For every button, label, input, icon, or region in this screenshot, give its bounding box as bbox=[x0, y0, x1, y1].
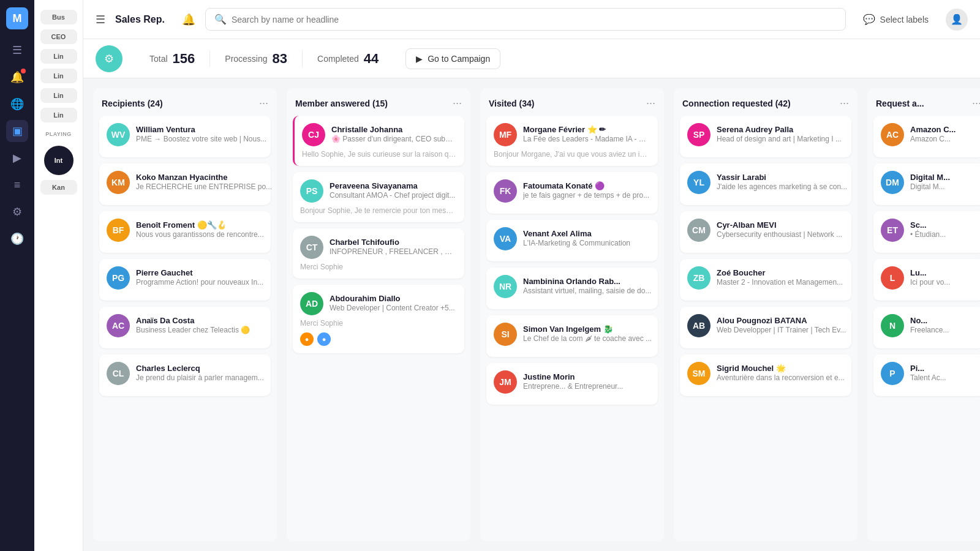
list-item[interactable]: PG Pierre Gauchet Programme Action! pour… bbox=[99, 259, 271, 301]
list-item[interactable]: DM Digital M... Digital M... bbox=[873, 163, 980, 205]
column-cards-request-accepted: AC Amazon C... Amazon C... DM Digital M.… bbox=[867, 116, 980, 541]
column-title-visited: Visited (34) bbox=[489, 99, 534, 108]
sidebar-tag-lin3[interactable]: Lin bbox=[40, 88, 77, 103]
sidebar-tag-kan[interactable]: Kan bbox=[40, 180, 77, 195]
go-campaign-button[interactable]: ▶ Go to Campaign bbox=[405, 48, 500, 69]
search-bar[interactable]: 🔍 bbox=[205, 8, 846, 31]
column-menu-visited[interactable]: ··· bbox=[646, 97, 655, 110]
column-menu-connection-requested[interactable]: ··· bbox=[840, 97, 849, 110]
card-message: Merci Sophie bbox=[300, 263, 457, 271]
play-icon[interactable]: ▶ bbox=[6, 147, 28, 169]
card-tags: ● ● bbox=[300, 332, 457, 346]
column-cards-connection-requested: SP Serena Audrey Palla Head of design an… bbox=[674, 116, 858, 541]
left-sidebar: M ☰ 🔔 🌐 ▣ ▶ ≡ ⚙ 🕐 bbox=[0, 0, 34, 551]
list-item[interactable]: KM Koko Manzan Hyacinthe Je RECHERCHE un… bbox=[99, 163, 271, 205]
card-name: Fatoumata Konaté 🟣 bbox=[523, 181, 649, 190]
list-item[interactable]: WV William Ventura PME → Boostez votre s… bbox=[99, 116, 271, 157]
column-title-connection-requested: Connection requested (42) bbox=[682, 99, 791, 108]
app-logo[interactable]: M bbox=[6, 7, 28, 29]
list-item[interactable]: AD Abdourahim Diallo Web Developer | Con… bbox=[293, 285, 464, 353]
sidebar-tag-ceo[interactable]: CEO bbox=[40, 29, 77, 44]
avatar: KM bbox=[107, 171, 130, 194]
card-name: Benoît Froment 🟡🔧🪝 bbox=[136, 220, 264, 230]
list-item[interactable]: AC Amazon C... Amazon C... bbox=[873, 116, 980, 157]
card-headline: Amazon C... bbox=[910, 134, 956, 144]
list-item[interactable]: ET Sc... • Étudian... bbox=[873, 211, 980, 253]
list-item[interactable]: NR Nambinina Orlando Rab... Assistant vi… bbox=[486, 268, 658, 309]
stats-settings-icon[interactable]: ⚙ bbox=[96, 45, 123, 72]
playing-label: PLAYING bbox=[40, 127, 77, 141]
column-title-member-answered: Member answered (15) bbox=[295, 99, 388, 108]
dashboard-icon[interactable]: ▣ bbox=[6, 120, 28, 142]
column-menu-request-accepted[interactable]: ··· bbox=[972, 97, 980, 110]
go-campaign-label: Go to Campaign bbox=[428, 54, 490, 64]
list-item[interactable]: JM Justine Morin Entreprene... & Entrepr… bbox=[486, 363, 658, 405]
sidebar-tag-lin4[interactable]: Lin bbox=[40, 108, 77, 122]
sidebar-tag-bus[interactable]: Bus bbox=[40, 10, 77, 24]
processing-value: 83 bbox=[273, 51, 287, 67]
card-name: Morgane Février ⭐ ✏ bbox=[523, 125, 650, 134]
settings-icon[interactable]: ⚙ bbox=[6, 201, 28, 223]
column-header-member-answered: Member answered (15) ··· bbox=[287, 88, 470, 116]
list-item[interactable]: FK Fatoumata Konaté 🟣 je te fais gagner … bbox=[486, 172, 658, 214]
header-bell-icon[interactable]: 🔔 bbox=[182, 13, 195, 26]
card-name: Amazon C... bbox=[910, 125, 956, 134]
user-avatar-icon[interactable]: 👤 bbox=[946, 9, 968, 31]
list-item[interactable]: SM Sigrid Mouchel 🌟 Aventurière dans la … bbox=[680, 354, 851, 396]
list-item[interactable]: AB Alou Pougnozi BATANA Web Developper |… bbox=[680, 307, 851, 348]
column-cards-recipients: WV William Ventura PME → Boostez votre s… bbox=[93, 116, 277, 541]
list-icon[interactable]: ≡ bbox=[6, 174, 28, 196]
list-item[interactable]: SP Serena Audrey Palla Head of design an… bbox=[680, 116, 851, 157]
list-item[interactable]: YL Yassir Larabi J'aide les agences mark… bbox=[680, 163, 851, 205]
column-cards-visited: MF Morgane Février ⭐ ✏ La Fée des Leader… bbox=[480, 116, 664, 541]
header-menu-icon[interactable]: ☰ bbox=[96, 13, 105, 26]
avatar: FK bbox=[494, 179, 517, 203]
search-input[interactable] bbox=[232, 15, 837, 24]
avatar: SI bbox=[494, 323, 517, 346]
column-menu-member-answered[interactable]: ··· bbox=[453, 97, 462, 110]
list-item[interactable]: SI Simon Van Ingelgem 🐉 Le Chef de la co… bbox=[486, 315, 658, 357]
completed-value: 44 bbox=[364, 51, 379, 67]
list-item[interactable]: CL Charles Leclercq Je prend du plaisir … bbox=[99, 354, 271, 396]
card-name: Koko Manzan Hyacinthe bbox=[136, 173, 272, 182]
card-headline: Head of design and art | Marketing I ... bbox=[717, 134, 842, 144]
sidebar-tag-int[interactable]: Int bbox=[44, 146, 74, 175]
list-item[interactable]: VA Venant Axel Alima L'IA-Marketing & Co… bbox=[486, 220, 658, 261]
menu-icon[interactable]: ☰ bbox=[6, 39, 28, 61]
label-select[interactable]: 💬 Select labels bbox=[856, 13, 936, 25]
notifications-icon[interactable]: 🔔 bbox=[6, 66, 28, 88]
column-title-request-accepted: Request a... bbox=[876, 99, 924, 108]
list-item[interactable]: MF Morgane Février ⭐ ✏ La Fée des Leader… bbox=[486, 116, 658, 166]
list-item[interactable]: L Lu... Ici pour vo... bbox=[873, 259, 980, 301]
sidebar-tag-lin2[interactable]: Lin bbox=[40, 69, 77, 83]
card-headline: Business Leader chez Teleactis 🟡 bbox=[136, 325, 250, 335]
list-item[interactable]: P Pi... Talent Ac... bbox=[873, 354, 980, 396]
list-item[interactable]: N No... Freelance... bbox=[873, 307, 980, 348]
card-headline: Nous vous garantissons de rencontre... bbox=[136, 230, 264, 240]
card-headline: Entreprene... & Entrepreneur... bbox=[523, 381, 623, 392]
list-item[interactable]: PS Peraveena Sivayanama Consultant AMOA … bbox=[293, 172, 464, 222]
list-item[interactable]: CT Charbel Tchifoufio INFOPRENEUR , FREE… bbox=[293, 228, 464, 279]
list-item[interactable]: BF Benoît Froment 🟡🔧🪝 Nous vous garantis… bbox=[99, 211, 271, 253]
column-member-answered: Member answered (15) ··· CJ Christalle J… bbox=[287, 88, 470, 541]
card-name: Nambinina Orlando Rab... bbox=[523, 277, 651, 286]
card-name: Christalle Johanna bbox=[331, 125, 457, 134]
avatar: ZB bbox=[687, 266, 710, 290]
clock-icon[interactable]: 🕐 bbox=[6, 228, 28, 250]
column-connection-requested: Connection requested (42) ··· SP Serena … bbox=[674, 88, 858, 541]
list-item[interactable]: AC Anaïs Da Costa Business Leader chez T… bbox=[99, 307, 271, 348]
list-item[interactable]: CM Cyr-Alban MEVI Cybersecurity enthousi… bbox=[680, 211, 851, 253]
list-item[interactable]: ZB Zoé Boucher Master 2 - Innovation et … bbox=[680, 259, 851, 301]
globe-icon[interactable]: 🌐 bbox=[6, 93, 28, 115]
sidebar-tag-lin1[interactable]: Lin bbox=[40, 49, 77, 64]
tag-blue[interactable]: ● bbox=[317, 332, 331, 346]
tag-orange[interactable]: ● bbox=[300, 332, 314, 346]
card-headline: Le Chef de la com 🌶 te coache avec ... bbox=[523, 334, 652, 344]
column-header-request-accepted: Request a... ··· bbox=[867, 88, 980, 116]
column-menu-recipients[interactable]: ··· bbox=[259, 97, 268, 110]
card-headline: Talent Ac... bbox=[910, 373, 946, 383]
label-select-icon: 💬 bbox=[863, 13, 875, 25]
card-headline: Web Developper | IT Trainer | Tech Ev... bbox=[717, 325, 846, 335]
list-item[interactable]: CJ Christalle Johanna 🌸 Passer d'un diri… bbox=[293, 116, 464, 166]
card-headline: La Fée des Leaders - Madame IA - Cr... bbox=[523, 134, 650, 144]
